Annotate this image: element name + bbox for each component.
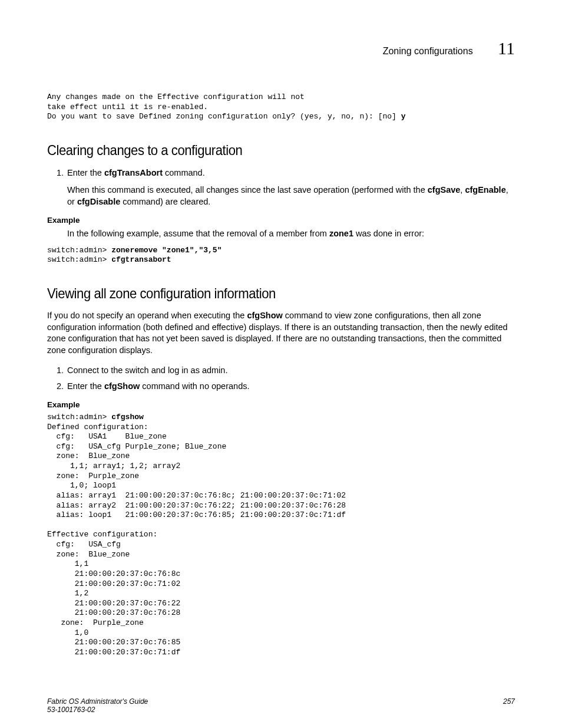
step2-1: Connect to the switch and log in as admi… [66,364,515,376]
example-body-1: In the following example, assume that th… [67,228,515,240]
code-block-1: switch:admin> zoneremove "zone1","3,5" s… [47,246,515,265]
footer-page-number: 257 [503,697,515,706]
code-block-intro: Any changes made on the Effective config… [47,93,515,122]
steps-list-1: Enter the cfgTransAbort command. [47,167,515,179]
step-1: Enter the cfgTransAbort command. [66,167,515,179]
heading-viewing-all: Viewing all zone configuration informati… [47,285,477,302]
example-label-2: Example [47,400,515,409]
footer-left-1: Fabric OS Administrator's Guide [47,697,515,706]
steps-list-2: Connect to the switch and log in as admi… [47,364,515,392]
step-1-body: When this command is executed, all chang… [67,185,515,207]
page-header: Zoning configurations 11 [47,38,515,58]
heading-clearing-changes: Clearing changes to a configuration [47,142,477,159]
code-block-2: switch:admin> cfgshow Defined configurat… [47,413,515,658]
chapter-number: 11 [498,38,515,58]
step2-2: Enter the cfgShow command with no operan… [66,380,515,392]
footer-left-2: 53-1001763-02 [47,706,515,714]
header-title: Zoning configurations [383,46,473,57]
example-label-1: Example [47,216,515,225]
page-footer: Fabric OS Administrator's Guide 53-10017… [47,697,515,714]
section2-intro: If you do not specify an operand when ex… [47,310,515,356]
